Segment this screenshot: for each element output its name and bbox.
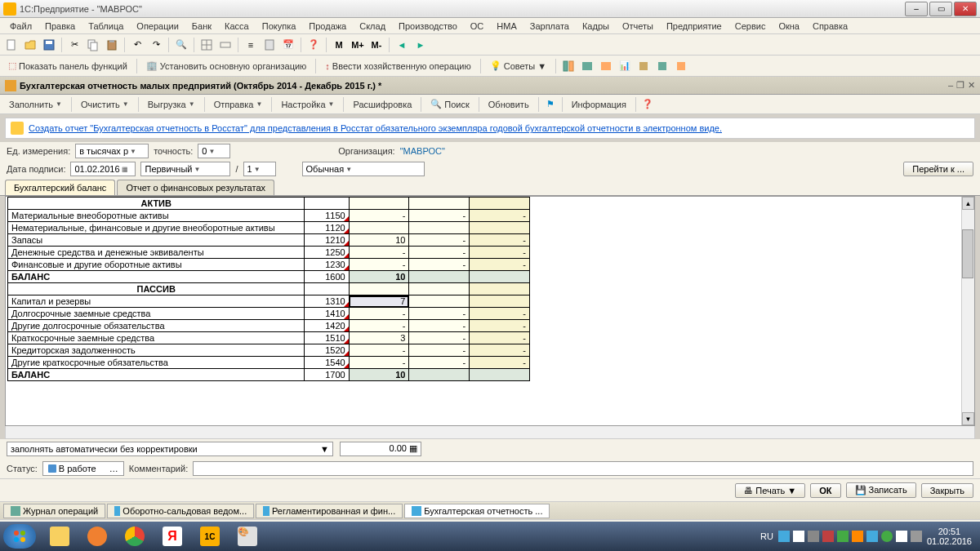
vertical-scrollbar[interactable]: ▲ ▼ xyxy=(961,197,974,425)
doc-close[interactable]: ✕ xyxy=(968,80,975,91)
enter-op-button[interactable]: ↕Ввести хозяйственную операцию xyxy=(320,60,475,73)
save-icon[interactable] xyxy=(41,37,57,53)
menu-enterprise[interactable]: Предприятие xyxy=(662,20,727,33)
t2-icon5[interactable] xyxy=(635,58,652,74)
menu-purchase[interactable]: Покупка xyxy=(257,20,301,33)
save-button[interactable]: 💾 Записать xyxy=(846,482,916,498)
unit-field[interactable]: в тысячах р▼ xyxy=(75,144,149,158)
search-icon[interactable]: 🔍 xyxy=(173,37,189,53)
balance-table[interactable]: АКТИВМатериальные внеоборотные активы115… xyxy=(7,197,530,381)
menu-reports[interactable]: Отчеты xyxy=(617,20,658,33)
menu-table[interactable]: Таблица xyxy=(83,20,128,33)
tips-button[interactable]: 💡Советы▼ xyxy=(485,59,551,73)
refresh-button[interactable]: Обновить xyxy=(483,97,535,112)
export-button[interactable]: Выгрузка▼ xyxy=(142,97,201,112)
corr-field[interactable]: 1▼ xyxy=(243,162,276,176)
maximize-button[interactable]: ▭ xyxy=(929,2,952,16)
doc-restore[interactable]: ❐ xyxy=(956,80,964,91)
type-field[interactable]: Первичный▼ xyxy=(140,162,230,176)
open-icon[interactable] xyxy=(22,37,38,53)
wtab-0[interactable]: Журнал операций xyxy=(3,504,105,518)
menu-file[interactable]: Файл xyxy=(5,20,37,33)
calc-icon[interactable] xyxy=(261,37,278,53)
fill-button[interactable]: Заполнить▼ xyxy=(3,97,68,112)
new-icon[interactable] xyxy=(3,37,20,53)
t2-icon3[interactable] xyxy=(598,58,614,74)
scroll-thumb[interactable] xyxy=(962,229,973,278)
menu-salary[interactable]: Зарплата xyxy=(525,20,574,33)
flag-icon[interactable]: ⚑ xyxy=(542,96,559,113)
wtab-2[interactable]: Регламентированная и фин... xyxy=(256,504,403,518)
minimize-button[interactable]: – xyxy=(905,2,928,16)
decode-button[interactable]: Расшифровка xyxy=(347,97,417,112)
autofill-combo[interactable]: заполнять автоматически без корректировк… xyxy=(7,442,333,456)
back-icon[interactable]: ◄ xyxy=(394,37,410,53)
t2-icon1[interactable] xyxy=(560,58,577,74)
tray-lang[interactable]: RU xyxy=(760,531,773,541)
tray-clock[interactable]: 20:51 01.02.2016 xyxy=(927,527,972,546)
menu-help[interactable]: Справка xyxy=(808,20,853,33)
start-button[interactable] xyxy=(3,524,36,549)
clear-button[interactable]: Очистить▼ xyxy=(75,97,135,112)
undo-icon[interactable]: ↶ xyxy=(129,37,145,53)
menu-ops[interactable]: Операции xyxy=(131,20,183,33)
menu-stock[interactable]: Склад xyxy=(354,20,390,33)
scroll-up-icon[interactable]: ▲ xyxy=(962,197,974,210)
doc-minimize[interactable]: – xyxy=(948,80,953,91)
autofill-value[interactable]: 0.00 ▦ xyxy=(340,442,421,456)
org-value[interactable]: "МАВРОС" xyxy=(400,146,445,156)
tab-balance[interactable]: Бухгалтерский баланс xyxy=(5,180,115,195)
task-chrome[interactable] xyxy=(117,524,153,549)
menu-sale[interactable]: Продажа xyxy=(304,20,351,33)
menu-bank[interactable]: Банк xyxy=(187,20,216,33)
status-field[interactable]: В работе… xyxy=(42,461,124,476)
help-icon[interactable]: ❓ xyxy=(305,37,322,53)
menu-edit[interactable]: Правка xyxy=(40,20,80,33)
task-explorer[interactable] xyxy=(42,524,78,549)
calendar-icon[interactable]: 📅 xyxy=(280,37,296,53)
menu-cash[interactable]: Касса xyxy=(220,20,254,33)
menu-os[interactable]: ОС xyxy=(466,20,489,33)
mem-m[interactable]: M xyxy=(331,37,347,53)
close-button[interactable]: ✕ xyxy=(954,2,977,16)
mem-mminus[interactable]: M- xyxy=(368,37,385,53)
scroll-down-icon[interactable]: ▼ xyxy=(962,412,974,425)
cut-icon[interactable]: ✂ xyxy=(66,37,82,53)
t2-icon7[interactable] xyxy=(673,58,689,74)
date-field[interactable]: 01.02.2016▦ xyxy=(70,162,136,176)
show-panel-button[interactable]: ⬚Показать панель функций xyxy=(3,59,132,73)
mem-mplus[interactable]: M+ xyxy=(350,37,366,53)
task-paint[interactable]: 🎨 xyxy=(229,524,265,549)
search-button[interactable]: 🔍Поиск xyxy=(425,96,474,112)
send-button[interactable]: Отправка▼ xyxy=(208,97,269,112)
comment-field[interactable] xyxy=(193,461,973,476)
mode-field[interactable]: Обычная▼ xyxy=(302,162,425,176)
menu-hr[interactable]: Кадры xyxy=(577,20,614,33)
precision-field[interactable]: 0▼ xyxy=(198,144,230,158)
task-1c[interactable]: 1C xyxy=(192,524,228,549)
fwd-icon[interactable]: ► xyxy=(412,37,429,53)
list-icon[interactable]: ≡ xyxy=(243,37,259,53)
t2-icon4[interactable]: 📊 xyxy=(617,58,633,74)
tab-finresults[interactable]: Отчет о финансовых результатах xyxy=(117,180,274,195)
t2-icon6[interactable] xyxy=(654,58,670,74)
task-yandex[interactable]: Я xyxy=(154,524,190,549)
menu-service[interactable]: Сервис xyxy=(730,20,771,33)
tray-icons[interactable] xyxy=(778,531,922,542)
settings-button[interactable]: Настройка▼ xyxy=(275,97,340,112)
close-doc-button[interactable]: Закрыть xyxy=(921,483,973,498)
redo-icon[interactable]: ↷ xyxy=(148,37,164,53)
set-org-button[interactable]: 🏢Установить основную организацию xyxy=(141,59,312,73)
menu-windows[interactable]: Окна xyxy=(773,20,804,33)
info-button[interactable]: Информация xyxy=(566,97,632,112)
help2-icon[interactable]: ❓ xyxy=(639,96,656,113)
menu-nma[interactable]: НМА xyxy=(492,20,521,33)
wtab-1[interactable]: Оборотно-сальдовая ведом... xyxy=(107,504,254,518)
print-button[interactable]: 🖶 Печать ▼ xyxy=(735,483,805,498)
wtab-3[interactable]: Бухгалтерская отчетность ... xyxy=(404,504,550,518)
menu-prod[interactable]: Производство xyxy=(394,20,462,33)
task-media[interactable] xyxy=(79,524,115,549)
horizontal-scrollbar[interactable] xyxy=(5,426,975,439)
goto-button[interactable]: Перейти к ... xyxy=(903,162,973,176)
merge-icon[interactable] xyxy=(217,37,234,53)
